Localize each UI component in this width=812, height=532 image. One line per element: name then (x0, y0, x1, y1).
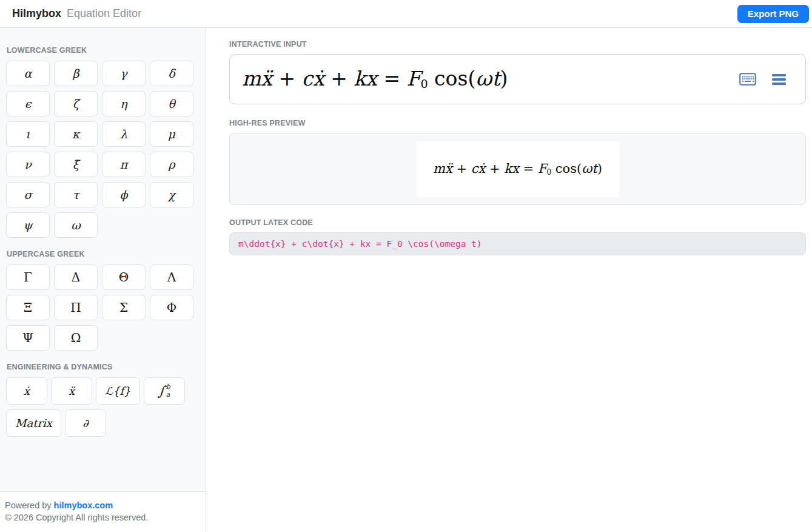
input-icon-group (739, 55, 786, 104)
symbol-button-Psi[interactable]: Ψ (6, 325, 50, 351)
symbol-button-Gamma[interactable]: Γ (6, 264, 50, 290)
symbol-button-Phi[interactable]: Φ (150, 295, 193, 320)
preview-card: mẍ + cẋ + kx = F0 cos(ωt) (417, 141, 619, 197)
symbol-button-mu[interactable]: μ (150, 121, 193, 147)
body-columns: LOWERCASE GREEKαβγδϵζηθικλμνξπρστϕχψωUPP… (0, 28, 812, 532)
preview-equation: mẍ + cẋ + kx = F0 cos(ωt) (433, 161, 602, 177)
symbol-button-theta[interactable]: θ (150, 91, 193, 116)
symbol-button-Delta[interactable]: Δ (54, 264, 98, 290)
sidebar-section-title-engineering: ENGINEERING & DYNAMICS (7, 363, 200, 371)
symbol-button-gamma[interactable]: γ (102, 61, 146, 86)
latex-output-box[interactable]: m\ddot{x} + c\dot{x} + kx = F_0 \cos(\om… (229, 232, 806, 255)
symbol-button-matrix[interactable]: Matrix (6, 409, 61, 437)
symbol-button-Xi[interactable]: Ξ (6, 295, 50, 320)
symbol-button-pi[interactable]: π (102, 152, 146, 177)
app-title: Hilmybox Equation Editor (12, 7, 141, 20)
symbol-button-lambda[interactable]: λ (102, 121, 146, 147)
powered-by-line: Powered by hilmybox.com (5, 499, 201, 511)
app-root: Hilmybox Equation Editor Export PNG LOWE… (0, 0, 812, 532)
symbol-button-laplace[interactable]: ℒ{f} (96, 377, 140, 405)
sidebar-section-title-lowercase-greek: LOWERCASE GREEK (7, 46, 200, 55)
symbol-button-delta[interactable]: δ (150, 61, 193, 86)
equation-input-field[interactable]: mẍ + cẋ + kx = F0 cos(ωt) (229, 54, 806, 104)
symbol-group-engineering: ẋẍℒ{f}∫baMatrix∂ (6, 377, 200, 437)
hilmybox-link[interactable]: hilmybox.com (54, 500, 113, 510)
latex-code-text: m\ddot{x} + c\dot{x} + kx = F_0 \cos(\om… (238, 239, 482, 249)
symbol-button-partial[interactable]: ∂ (65, 409, 106, 437)
brand-subtitle: Equation Editor (67, 7, 141, 19)
symbol-button-phi[interactable]: ϕ (102, 182, 146, 207)
sidebar-footer: Powered by hilmybox.com © 2026 Copyright… (0, 491, 206, 532)
export-png-button[interactable]: Export PNG (737, 5, 809, 23)
sidebar: LOWERCASE GREEKαβγδϵζηθικλμνξπρστϕχψωUPP… (0, 28, 206, 532)
symbol-button-alpha[interactable]: α (6, 61, 50, 86)
symbol-button-psi[interactable]: ψ (6, 212, 50, 238)
symbol-button-Theta[interactable]: Θ (102, 264, 146, 290)
sidebar-section-title-uppercase-greek: UPPERCASE GREEK (7, 250, 200, 258)
symbol-button-x-dot[interactable]: ẋ (6, 377, 47, 405)
main-panel: INTERACTIVE INPUT mẍ + cẋ + kx = F0 cos(… (206, 28, 812, 532)
symbol-button-Lambda[interactable]: Λ (150, 264, 193, 290)
symbol-button-omega[interactable]: ω (54, 212, 98, 238)
sidebar-sections: LOWERCASE GREEKαβγδϵζηθικλμνξπρστϕχψωUPP… (0, 28, 206, 491)
preview-label: HIGH-RES PREVIEW (229, 119, 806, 127)
symbol-button-x-ddot[interactable]: ẍ (51, 377, 92, 405)
app-header: Hilmybox Equation Editor Export PNG (0, 0, 812, 28)
symbol-button-tau[interactable]: τ (54, 182, 98, 207)
symbol-button-iota[interactable]: ι (6, 121, 50, 147)
symbol-button-kappa[interactable]: κ (54, 121, 98, 147)
symbol-button-Sigma[interactable]: Σ (102, 295, 146, 320)
symbol-button-epsilon[interactable]: ϵ (6, 91, 50, 116)
symbol-button-eta[interactable]: η (102, 91, 146, 116)
brand-name: Hilmybox (12, 7, 61, 19)
symbol-group-lowercase-greek: αβγδϵζηθικλμνξπρστϕχψω (6, 61, 200, 238)
powered-by-text: Powered by (5, 500, 54, 510)
virtual-keyboard-icon[interactable] (739, 73, 756, 86)
symbol-button-xi[interactable]: ξ (54, 152, 98, 177)
latex-output-label: OUTPUT LATEX CODE (229, 218, 806, 227)
symbol-button-definite-integral[interactable]: ∫ba (144, 377, 185, 405)
symbol-button-nu[interactable]: ν (6, 152, 50, 177)
equation-display: mẍ + cẋ + kx = F0 cos(ωt) (242, 67, 508, 91)
interactive-input-label: INTERACTIVE INPUT (229, 40, 806, 49)
menu-icon[interactable] (772, 74, 786, 85)
copyright-text: © 2026 Copyright All rights reserved. (5, 511, 201, 524)
symbol-button-sigma[interactable]: σ (6, 182, 50, 207)
symbol-button-rho[interactable]: ρ (150, 152, 193, 177)
symbol-button-beta[interactable]: β (54, 61, 98, 86)
symbol-button-chi[interactable]: χ (150, 182, 193, 207)
symbol-group-uppercase-greek: ΓΔΘΛΞΠΣΦΨΩ (6, 264, 200, 351)
preview-panel: mẍ + cẋ + kx = F0 cos(ωt) (229, 133, 806, 205)
symbol-button-zeta[interactable]: ζ (54, 91, 98, 116)
symbol-button-Pi[interactable]: Π (54, 295, 98, 320)
symbol-button-Omega[interactable]: Ω (54, 325, 98, 351)
